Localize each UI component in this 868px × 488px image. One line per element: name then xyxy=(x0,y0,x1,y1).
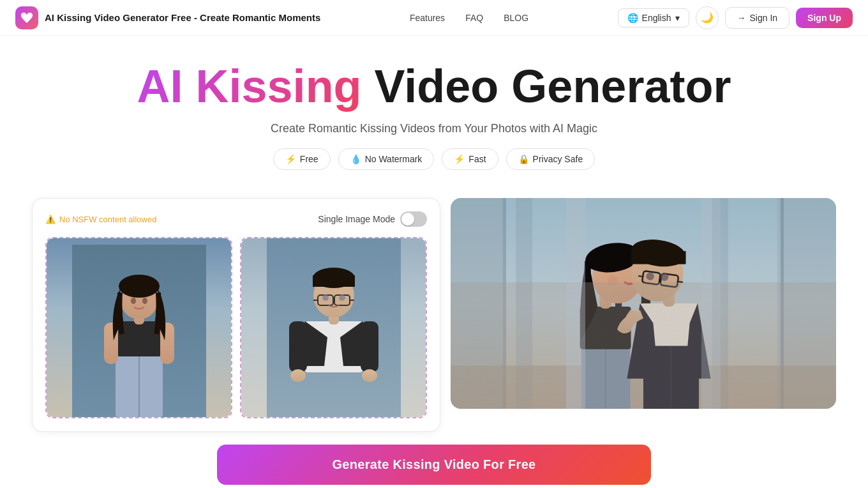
nsfw-warning-text: No NSFW content allowed xyxy=(59,215,156,224)
chevron-down-icon: ▾ xyxy=(675,13,680,23)
svg-rect-41 xyxy=(615,297,622,310)
moon-icon: 🌙 xyxy=(701,11,714,24)
fast-icon: ⚡ xyxy=(454,154,465,164)
main-content-area: ⚠️ No NSFW content allowed Single Image … xyxy=(19,198,849,432)
hero-subtitle: Create Romantic Kissing Videos from Your… xyxy=(13,122,855,135)
svg-rect-52 xyxy=(631,251,686,264)
svg-rect-29 xyxy=(451,198,836,409)
nsfw-warning: ⚠️ No NSFW content allowed xyxy=(45,215,156,224)
svg-rect-15 xyxy=(361,321,378,372)
svg-point-43 xyxy=(588,247,647,307)
navbar-left: AI Kissing Video Generator Free - Create… xyxy=(15,6,320,29)
nav-faq[interactable]: FAQ xyxy=(465,13,483,23)
svg-rect-36 xyxy=(451,365,836,409)
badge-fast-label: Fast xyxy=(468,154,486,164)
svg-rect-35 xyxy=(781,198,784,409)
svg-rect-32 xyxy=(712,198,728,409)
svg-rect-46 xyxy=(643,343,699,409)
svg-point-27 xyxy=(322,294,329,301)
svg-rect-40 xyxy=(588,297,594,310)
svg-point-50 xyxy=(627,243,688,306)
badge-fast: ⚡ Fast xyxy=(442,148,498,170)
upload-panel: ⚠️ No NSFW content allowed Single Image … xyxy=(32,198,440,432)
upload-slot-2[interactable] xyxy=(240,237,427,418)
svg-point-44 xyxy=(583,240,641,276)
svg-rect-31 xyxy=(516,198,532,409)
free-icon: ⚡ xyxy=(285,154,296,164)
svg-point-28 xyxy=(339,294,345,301)
dark-mode-toggle[interactable]: 🌙 xyxy=(696,6,719,29)
person2-figure xyxy=(267,238,401,417)
badge-privacy: 🔒 Privacy Safe xyxy=(506,148,595,170)
hero-title-part2: Video Generator xyxy=(375,61,731,112)
panel-header: ⚠️ No NSFW content allowed Single Image … xyxy=(45,211,427,227)
svg-rect-34 xyxy=(503,198,506,409)
couple-preview-image xyxy=(451,198,836,409)
single-image-label: Single Image Mode xyxy=(318,214,395,224)
main-nav: Features FAQ BLOG xyxy=(410,13,528,23)
person1-image xyxy=(47,238,231,417)
svg-rect-53 xyxy=(642,271,661,285)
login-icon: → xyxy=(737,13,746,23)
svg-rect-48 xyxy=(640,303,698,346)
nav-features[interactable]: Features xyxy=(410,13,445,23)
couple-scene-svg xyxy=(451,198,836,409)
logo-icon xyxy=(15,6,38,29)
svg-point-10 xyxy=(131,298,136,304)
badge-privacy-label: Privacy Safe xyxy=(533,154,583,164)
warning-icon: ⚠️ xyxy=(45,215,56,224)
svg-point-9 xyxy=(119,275,160,298)
lock-icon: 🔒 xyxy=(518,154,529,164)
language-button[interactable]: 🌐 English ▾ xyxy=(618,8,689,27)
sign-up-button[interactable]: Sign Up xyxy=(796,8,853,28)
navbar: AI Kissing Video Generator Free - Create… xyxy=(0,0,868,36)
preview-panel xyxy=(451,198,836,409)
badge-no-watermark-label: No Watermark xyxy=(365,154,423,164)
upload-slot-1[interactable] xyxy=(45,237,232,418)
svg-point-59 xyxy=(660,273,669,282)
logo-svg xyxy=(20,11,33,24)
svg-rect-54 xyxy=(660,273,678,287)
sign-in-label: Sign In xyxy=(750,13,778,23)
svg-rect-39 xyxy=(580,307,631,349)
svg-rect-33 xyxy=(777,198,836,409)
generate-section: Generate Kissing Video For Free xyxy=(19,445,849,485)
svg-rect-21 xyxy=(313,275,355,287)
feature-badges: ⚡ Free 💧 No Watermark ⚡ Fast 🔒 Privacy S… xyxy=(13,148,855,170)
globe-icon: 🌐 xyxy=(627,13,638,23)
navbar-right: 🌐 English ▾ 🌙 → Sign In Sign Up xyxy=(618,6,853,29)
single-image-mode: Single Image Mode xyxy=(318,211,427,227)
svg-rect-4 xyxy=(117,321,161,356)
upload-slots-container xyxy=(45,237,427,418)
language-label: English xyxy=(642,13,671,23)
hero-section: AI Kissing Video Generator Create Romant… xyxy=(0,36,868,183)
svg-point-58 xyxy=(646,272,655,281)
person2-image xyxy=(241,238,426,417)
svg-rect-49 xyxy=(663,291,675,307)
svg-line-56 xyxy=(638,276,643,277)
svg-line-57 xyxy=(678,282,683,282)
badge-free-label: Free xyxy=(300,154,318,164)
hero-title-part1: AI Kissing xyxy=(137,61,362,112)
svg-rect-30 xyxy=(451,198,503,409)
hero-title: AI Kissing Video Generator xyxy=(13,61,855,112)
svg-rect-14 xyxy=(289,321,307,372)
badge-no-watermark: 💧 No Watermark xyxy=(338,148,435,170)
sign-in-button[interactable]: → Sign In xyxy=(725,7,790,29)
svg-point-17 xyxy=(362,369,377,382)
site-title: AI Kissing Video Generator Free - Create… xyxy=(45,12,320,23)
svg-rect-37 xyxy=(581,346,631,409)
svg-rect-42 xyxy=(599,291,611,309)
single-image-toggle-switch[interactable] xyxy=(400,211,427,227)
svg-point-11 xyxy=(142,298,147,304)
nav-blog[interactable]: BLOG xyxy=(504,13,528,23)
generate-button[interactable]: Generate Kissing Video For Free xyxy=(217,445,651,485)
badge-free: ⚡ Free xyxy=(273,148,331,170)
watermark-icon: 💧 xyxy=(350,154,361,164)
svg-point-45 xyxy=(608,275,618,286)
person1-figure xyxy=(72,245,206,417)
svg-point-16 xyxy=(290,369,306,382)
svg-point-51 xyxy=(629,236,687,270)
